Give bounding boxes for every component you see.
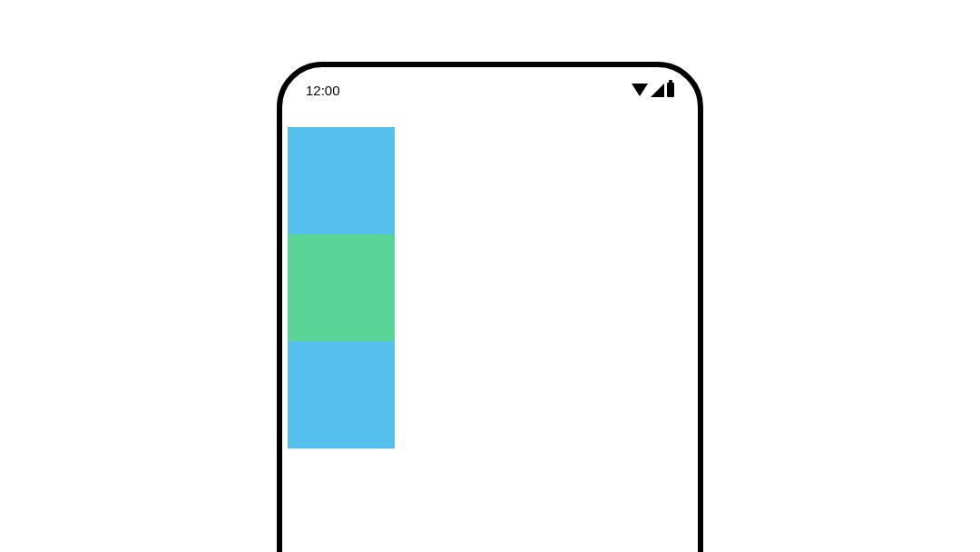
- content-area: [282, 105, 698, 448]
- battery-icon: [667, 83, 674, 97]
- wifi-icon: [632, 84, 648, 96]
- block-bottom: [288, 341, 395, 448]
- signal-icon: [651, 84, 664, 97]
- status-icons: [632, 83, 674, 97]
- block-top: [288, 127, 395, 234]
- phone-frame: 12:00: [277, 62, 703, 552]
- status-bar: 12:00: [282, 67, 698, 105]
- color-stack: [288, 127, 395, 448]
- block-middle: [288, 234, 395, 341]
- status-time: 12:00: [306, 83, 340, 98]
